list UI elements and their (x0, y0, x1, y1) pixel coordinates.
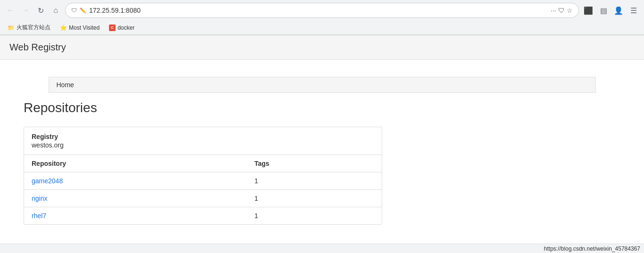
reload-button[interactable]: ↻ (34, 4, 47, 17)
more-icon[interactable]: ··· (551, 7, 556, 14)
page-heading: Repositories (24, 100, 620, 115)
app-title: Web Registry (9, 42, 635, 53)
breadcrumb-home-link[interactable]: Home (57, 81, 74, 89)
table-row: nginx 1 (24, 190, 382, 207)
forward-button[interactable]: → (19, 4, 32, 17)
app-header: Web Registry (0, 35, 644, 60)
security-icon: 🛡 (71, 7, 77, 14)
status-bar: https://blog.csdn.net/weixin_45784367 (0, 244, 644, 253)
repo-link[interactable]: nginx (32, 195, 47, 202)
bookmarks-bar: 📁 火狐官方站点 ⭐ Most Visited C docker (0, 21, 644, 35)
repo-link[interactable]: rhel7 (32, 212, 46, 220)
repo-name-cell: nginx (24, 190, 247, 207)
bookmark-most-visited-label: Most Visited (69, 24, 100, 31)
table-row: rhel7 1 (24, 207, 382, 225)
nav-buttons: ← → ↻ ⌂ (4, 4, 62, 17)
registry-info: Registry westos.org (24, 127, 382, 155)
sidebar-button[interactable]: ▤ (597, 4, 610, 17)
edit-icon: ✏️ (80, 8, 86, 14)
address-right-icons: ··· 🛡 ☆ (551, 7, 573, 14)
repo-name-cell: game2048 (24, 172, 247, 190)
bookmark-most-visited[interactable]: ⭐ Most Visited (56, 24, 103, 32)
browser-toolbar: ← → ↻ ⌂ 🛡 ✏️ ··· 🛡 ☆ ⬛ ▤ 👤 ☰ (0, 0, 644, 21)
repo-tags-cell: 1 (247, 172, 382, 190)
shield-icon[interactable]: 🛡 (558, 7, 565, 14)
repo-tags-cell: 1 (247, 207, 382, 225)
repo-table: Repository Tags game2048 1 nginx 1 rhel7… (24, 155, 382, 224)
bookmark-folder-label: 火狐官方站点 (17, 24, 50, 32)
bookmark-docker-label: docker (117, 24, 134, 31)
status-url: https://blog.csdn.net/weixin_45784367 (544, 245, 640, 252)
page-content: Web Registry Home Repositories Registry … (0, 35, 644, 253)
bookmark-star-icon[interactable]: ☆ (567, 7, 573, 14)
back-button[interactable]: ← (4, 4, 17, 17)
main-content: Home Repositories Registry westos.org Re… (0, 60, 644, 234)
folder-icon: 📁 (8, 24, 15, 31)
registry-value: westos.org (32, 141, 374, 149)
toolbar-right: ⬛ ▤ 👤 ☰ (582, 4, 640, 17)
col-repository: Repository (24, 155, 247, 172)
table-row: game2048 1 (24, 172, 382, 190)
address-input[interactable] (89, 7, 548, 14)
address-bar-container: 🛡 ✏️ ··· 🛡 ☆ (65, 3, 579, 18)
repo-name-cell: rhel7 (24, 207, 247, 225)
repo-tags-cell: 1 (247, 190, 382, 207)
star-icon: ⭐ (60, 24, 67, 31)
library-button[interactable]: ⬛ (582, 4, 595, 17)
table-header-row: Repository Tags (24, 155, 382, 172)
docker-icon: C (109, 24, 116, 31)
bookmark-docker[interactable]: C docker (105, 24, 138, 32)
bookmark-folder[interactable]: 📁 火狐官方站点 (4, 23, 54, 33)
registry-section: Registry westos.org Repository Tags game… (24, 127, 382, 225)
home-button[interactable]: ⌂ (49, 4, 62, 17)
menu-button[interactable]: ☰ (627, 4, 640, 17)
registry-label: Registry (32, 133, 374, 140)
breadcrumb: Home (49, 77, 596, 93)
account-button[interactable]: 👤 (612, 4, 625, 17)
col-tags: Tags (247, 155, 382, 172)
repo-link[interactable]: game2048 (32, 177, 63, 185)
